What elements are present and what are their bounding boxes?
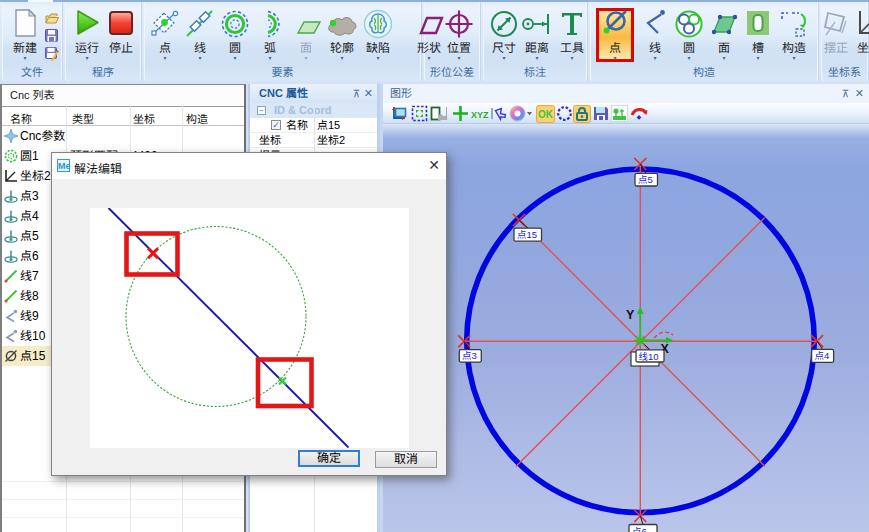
svg-text:Y: Y: [626, 308, 635, 322]
svg-text:点3: 点3: [462, 350, 477, 361]
svg-text:点5: 点5: [638, 174, 653, 185]
svg-text:点15: 点15: [517, 229, 537, 240]
svg-text:XYZ: XYZ: [471, 110, 489, 120]
svg-text:OK: OK: [538, 109, 554, 120]
svg-text:点4: 点4: [815, 350, 830, 361]
svg-text:点6: 点6: [632, 526, 647, 532]
svg-text:线10: 线10: [639, 351, 659, 362]
